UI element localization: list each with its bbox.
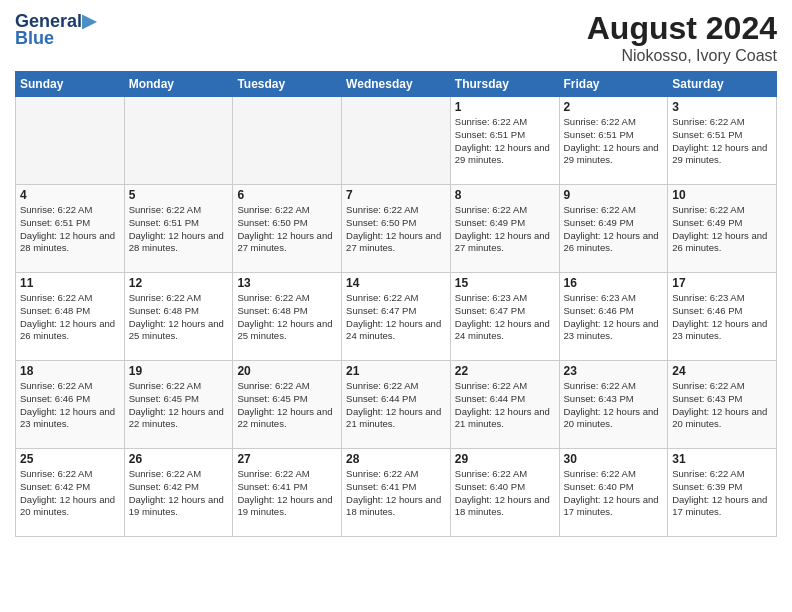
day-info: Sunrise: 6:22 AM Sunset: 6:49 PM Dayligh… [564,204,664,255]
day-cell: 10Sunrise: 6:22 AM Sunset: 6:49 PM Dayli… [668,185,777,273]
day-cell: 11Sunrise: 6:22 AM Sunset: 6:48 PM Dayli… [16,273,125,361]
day-info: Sunrise: 6:22 AM Sunset: 6:44 PM Dayligh… [455,380,555,431]
day-cell: 21Sunrise: 6:22 AM Sunset: 6:44 PM Dayli… [342,361,451,449]
day-number: 7 [346,188,446,202]
day-cell: 7Sunrise: 6:22 AM Sunset: 6:50 PM Daylig… [342,185,451,273]
day-info: Sunrise: 6:22 AM Sunset: 6:42 PM Dayligh… [20,468,120,519]
day-info: Sunrise: 6:23 AM Sunset: 6:46 PM Dayligh… [672,292,772,343]
day-info: Sunrise: 6:22 AM Sunset: 6:47 PM Dayligh… [346,292,446,343]
day-info: Sunrise: 6:22 AM Sunset: 6:44 PM Dayligh… [346,380,446,431]
day-cell: 25Sunrise: 6:22 AM Sunset: 6:42 PM Dayli… [16,449,125,537]
day-cell: 9Sunrise: 6:22 AM Sunset: 6:49 PM Daylig… [559,185,668,273]
day-info: Sunrise: 6:22 AM Sunset: 6:46 PM Dayligh… [20,380,120,431]
day-cell [233,97,342,185]
day-info: Sunrise: 6:22 AM Sunset: 6:43 PM Dayligh… [564,380,664,431]
col-sunday: Sunday [16,72,125,97]
calendar-header: Sunday Monday Tuesday Wednesday Thursday… [16,72,777,97]
day-number: 29 [455,452,555,466]
col-monday: Monday [124,72,233,97]
day-cell: 15Sunrise: 6:23 AM Sunset: 6:47 PM Dayli… [450,273,559,361]
day-info: Sunrise: 6:22 AM Sunset: 6:45 PM Dayligh… [129,380,229,431]
col-tuesday: Tuesday [233,72,342,97]
title-block: August 2024 Niokosso, Ivory Coast [587,10,777,65]
page-container: General▶ Blue August 2024 Niokosso, Ivor… [0,0,792,547]
day-number: 2 [564,100,664,114]
day-cell: 19Sunrise: 6:22 AM Sunset: 6:45 PM Dayli… [124,361,233,449]
day-cell [124,97,233,185]
week-row-5: 25Sunrise: 6:22 AM Sunset: 6:42 PM Dayli… [16,449,777,537]
day-cell: 16Sunrise: 6:23 AM Sunset: 6:46 PM Dayli… [559,273,668,361]
main-title: August 2024 [587,10,777,47]
day-number: 3 [672,100,772,114]
week-row-4: 18Sunrise: 6:22 AM Sunset: 6:46 PM Dayli… [16,361,777,449]
day-number: 30 [564,452,664,466]
day-cell: 4Sunrise: 6:22 AM Sunset: 6:51 PM Daylig… [16,185,125,273]
day-number: 14 [346,276,446,290]
day-cell: 17Sunrise: 6:23 AM Sunset: 6:46 PM Dayli… [668,273,777,361]
week-row-3: 11Sunrise: 6:22 AM Sunset: 6:48 PM Dayli… [16,273,777,361]
day-info: Sunrise: 6:22 AM Sunset: 6:50 PM Dayligh… [346,204,446,255]
day-cell: 6Sunrise: 6:22 AM Sunset: 6:50 PM Daylig… [233,185,342,273]
day-cell: 24Sunrise: 6:22 AM Sunset: 6:43 PM Dayli… [668,361,777,449]
day-info: Sunrise: 6:22 AM Sunset: 6:48 PM Dayligh… [129,292,229,343]
subtitle: Niokosso, Ivory Coast [587,47,777,65]
day-number: 28 [346,452,446,466]
day-number: 9 [564,188,664,202]
day-number: 25 [20,452,120,466]
week-row-1: 1Sunrise: 6:22 AM Sunset: 6:51 PM Daylig… [16,97,777,185]
logo-text-block: General▶ Blue [15,10,96,49]
day-info: Sunrise: 6:22 AM Sunset: 6:40 PM Dayligh… [455,468,555,519]
day-number: 1 [455,100,555,114]
day-info: Sunrise: 6:22 AM Sunset: 6:48 PM Dayligh… [237,292,337,343]
day-cell: 30Sunrise: 6:22 AM Sunset: 6:40 PM Dayli… [559,449,668,537]
day-info: Sunrise: 6:22 AM Sunset: 6:51 PM Dayligh… [20,204,120,255]
day-info: Sunrise: 6:22 AM Sunset: 6:49 PM Dayligh… [455,204,555,255]
day-cell: 8Sunrise: 6:22 AM Sunset: 6:49 PM Daylig… [450,185,559,273]
day-cell: 3Sunrise: 6:22 AM Sunset: 6:51 PM Daylig… [668,97,777,185]
col-wednesday: Wednesday [342,72,451,97]
day-number: 20 [237,364,337,378]
day-cell: 2Sunrise: 6:22 AM Sunset: 6:51 PM Daylig… [559,97,668,185]
day-cell: 12Sunrise: 6:22 AM Sunset: 6:48 PM Dayli… [124,273,233,361]
day-cell: 1Sunrise: 6:22 AM Sunset: 6:51 PM Daylig… [450,97,559,185]
day-number: 17 [672,276,772,290]
day-cell [16,97,125,185]
day-info: Sunrise: 6:22 AM Sunset: 6:50 PM Dayligh… [237,204,337,255]
day-number: 15 [455,276,555,290]
day-number: 24 [672,364,772,378]
day-number: 8 [455,188,555,202]
day-info: Sunrise: 6:22 AM Sunset: 6:49 PM Dayligh… [672,204,772,255]
day-number: 21 [346,364,446,378]
col-thursday: Thursday [450,72,559,97]
day-number: 4 [20,188,120,202]
header: General▶ Blue August 2024 Niokosso, Ivor… [15,10,777,65]
week-row-2: 4Sunrise: 6:22 AM Sunset: 6:51 PM Daylig… [16,185,777,273]
day-info: Sunrise: 6:23 AM Sunset: 6:47 PM Dayligh… [455,292,555,343]
day-number: 19 [129,364,229,378]
day-cell: 13Sunrise: 6:22 AM Sunset: 6:48 PM Dayli… [233,273,342,361]
day-number: 23 [564,364,664,378]
header-row: Sunday Monday Tuesday Wednesday Thursday… [16,72,777,97]
day-info: Sunrise: 6:22 AM Sunset: 6:43 PM Dayligh… [672,380,772,431]
day-cell: 14Sunrise: 6:22 AM Sunset: 6:47 PM Dayli… [342,273,451,361]
day-cell: 22Sunrise: 6:22 AM Sunset: 6:44 PM Dayli… [450,361,559,449]
day-info: Sunrise: 6:22 AM Sunset: 6:48 PM Dayligh… [20,292,120,343]
day-number: 11 [20,276,120,290]
day-cell: 27Sunrise: 6:22 AM Sunset: 6:41 PM Dayli… [233,449,342,537]
day-cell: 28Sunrise: 6:22 AM Sunset: 6:41 PM Dayli… [342,449,451,537]
day-number: 31 [672,452,772,466]
logo: General▶ Blue [15,10,96,49]
day-number: 10 [672,188,772,202]
day-cell: 18Sunrise: 6:22 AM Sunset: 6:46 PM Dayli… [16,361,125,449]
col-saturday: Saturday [668,72,777,97]
day-info: Sunrise: 6:22 AM Sunset: 6:51 PM Dayligh… [672,116,772,167]
day-info: Sunrise: 6:23 AM Sunset: 6:46 PM Dayligh… [564,292,664,343]
day-info: Sunrise: 6:22 AM Sunset: 6:40 PM Dayligh… [564,468,664,519]
day-cell: 31Sunrise: 6:22 AM Sunset: 6:39 PM Dayli… [668,449,777,537]
day-number: 12 [129,276,229,290]
calendar-body: 1Sunrise: 6:22 AM Sunset: 6:51 PM Daylig… [16,97,777,537]
day-number: 5 [129,188,229,202]
day-info: Sunrise: 6:22 AM Sunset: 6:42 PM Dayligh… [129,468,229,519]
day-info: Sunrise: 6:22 AM Sunset: 6:51 PM Dayligh… [455,116,555,167]
day-info: Sunrise: 6:22 AM Sunset: 6:51 PM Dayligh… [129,204,229,255]
